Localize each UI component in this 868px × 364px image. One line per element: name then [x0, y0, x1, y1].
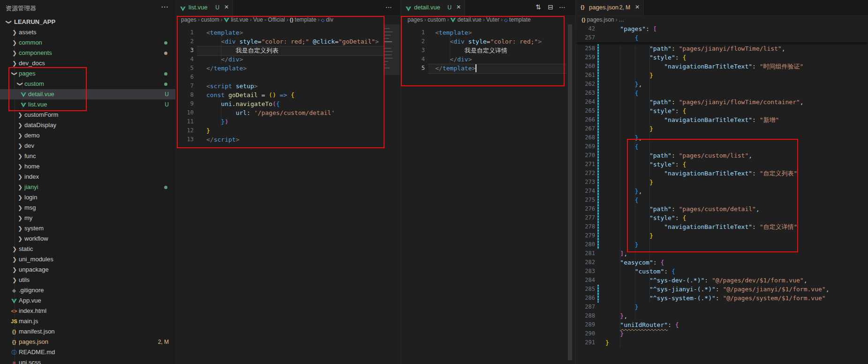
- tree-item-manifest.json[interactable]: {}manifest.json: [0, 326, 175, 337]
- tree-item-unpackage[interactable]: ❯unpackage: [0, 265, 175, 275]
- tree-item-custom[interactable]: ❯custom: [0, 79, 175, 89]
- tree-item-login[interactable]: ❯login: [0, 192, 175, 203]
- tree-item-dev[interactable]: ❯dev: [0, 141, 175, 151]
- tree-item-pages[interactable]: ❯pages: [0, 68, 175, 79]
- code-line-11[interactable]: 11 }): [175, 117, 400, 126]
- chevron-down-icon[interactable]: ❯: [15, 81, 25, 87]
- tab-close-icon[interactable]: ✕: [456, 4, 461, 10]
- tree-item-.gitignore[interactable]: ◆.gitignore: [0, 285, 175, 296]
- tree-item-assets[interactable]: ❯assets: [0, 27, 175, 38]
- code-line-282[interactable]: 282 "easycom": {: [576, 258, 868, 267]
- code-line-266[interactable]: 266 "navigationBarTitleText": "新增": [576, 115, 868, 124]
- code-line-281[interactable]: 281 ],: [576, 249, 868, 258]
- breadcrumb-item-pages[interactable]: pages: [181, 16, 196, 23]
- tree-item-msg[interactable]: ❯msg: [0, 203, 175, 213]
- code-line-276[interactable]: 276 "path": "pages/custom/detail",: [576, 205, 868, 213]
- chevron-right-icon[interactable]: ❯: [17, 213, 23, 223]
- chevron-right-icon[interactable]: ❯: [11, 265, 18, 275]
- tab-pages.json[interactable]: {}pages.json2, M✕: [576, 0, 644, 15]
- tab-list.vue[interactable]: list.vueU✕: [175, 0, 233, 15]
- split-editor-icon[interactable]: ⊟: [548, 3, 553, 11]
- chevron-right-icon[interactable]: ❯: [11, 275, 18, 285]
- open-changes-icon[interactable]: ⇅: [536, 3, 541, 11]
- code-line-274[interactable]: 274 },: [576, 187, 868, 196]
- minimap-slider[interactable]: [384, 24, 400, 75]
- breadcrumb-item-list.vue[interactable]: list.vue: [224, 16, 248, 23]
- code-line-279[interactable]: 279 }: [576, 231, 868, 240]
- code-area[interactable]: 1<template>2 <div style="color: red;">3 …: [401, 24, 576, 364]
- tree-item-uni.scss[interactable]: ≈uni.scss: [0, 357, 175, 364]
- chevron-right-icon[interactable]: ❯: [11, 58, 18, 68]
- code-line-42[interactable]: 42 "pages": [: [576, 24, 868, 33]
- tree-item-dev_docs[interactable]: ❯dev_docs: [0, 58, 175, 68]
- tree-item-home[interactable]: ❯home: [0, 161, 175, 172]
- code-line-290[interactable]: 290 }: [576, 329, 868, 338]
- code-line-9[interactable]: 9 uni.navigateTo({: [175, 99, 400, 108]
- code-line-289[interactable]: 289 "uniIdRouter": {: [576, 320, 868, 329]
- code-line-5[interactable]: 5</template>: [401, 64, 576, 73]
- code-line-261[interactable]: 261 }: [576, 71, 868, 80]
- chevron-right-icon[interactable]: ❯: [17, 161, 23, 172]
- chevron-right-icon[interactable]: ❯: [17, 120, 23, 130]
- code-line-269[interactable]: 269 {: [576, 142, 868, 151]
- breadcrumb-item-custom[interactable]: custom: [428, 16, 446, 23]
- sticky-scroll[interactable]: 42 "pages": [257 {: [576, 24, 868, 42]
- chevron-right-icon[interactable]: ❯: [11, 27, 18, 38]
- chevron-right-icon[interactable]: ❯: [11, 254, 18, 265]
- code-line-3[interactable]: 3 我是自定义详情: [401, 46, 576, 55]
- tab-close-icon[interactable]: ✕: [635, 4, 640, 10]
- code-line-263[interactable]: 263 {: [576, 89, 868, 98]
- breadcrumb-item-[interactable]: …: [619, 16, 625, 23]
- tree-item-system[interactable]: ❯system: [0, 223, 175, 234]
- chevron-right-icon[interactable]: ❯: [17, 110, 23, 120]
- code-line-2[interactable]: 2 <div style="color: red;">: [401, 37, 576, 46]
- breadcrumb-item-detail.vue[interactable]: detail.vue: [450, 16, 481, 23]
- code-line-273[interactable]: 273 }: [576, 178, 868, 187]
- breadcrumb-item-custom[interactable]: custom: [201, 16, 219, 23]
- tree-item-detail.vue[interactable]: detail.vueU: [0, 89, 175, 99]
- code-line-271[interactable]: 271 "style": {: [576, 160, 868, 169]
- tree-item-static[interactable]: ❯static: [0, 244, 175, 254]
- code-line-4[interactable]: 4 </div>: [401, 55, 576, 64]
- code-line-280[interactable]: 280 }: [576, 240, 868, 249]
- code-line-4[interactable]: 4 </div>: [175, 55, 400, 64]
- explorer-more-actions-icon[interactable]: ⋯: [161, 2, 169, 11]
- code-line-288[interactable]: 288 },: [576, 311, 868, 320]
- chevron-right-icon[interactable]: ❯: [17, 182, 23, 192]
- code-line-275[interactable]: 275 {: [576, 196, 868, 205]
- tree-item-uni_modules[interactable]: ❯uni_modules: [0, 254, 175, 265]
- tree-item-customForm[interactable]: ❯customForm: [0, 110, 175, 120]
- code-area[interactable]: 258 "path": "pages/jianyi/flowTime/list"…: [576, 24, 868, 364]
- tree-item-my[interactable]: ❯my: [0, 213, 175, 223]
- code-line-6[interactable]: 6: [175, 73, 400, 82]
- code-line-7[interactable]: 7<script setup>: [175, 82, 400, 91]
- chevron-down-icon[interactable]: ❯: [9, 70, 20, 77]
- more-actions-icon[interactable]: ⋯: [559, 3, 566, 11]
- chevron-right-icon[interactable]: ❯: [17, 130, 23, 141]
- more-actions-icon[interactable]: ⋯: [385, 3, 392, 11]
- tree-item-workflow[interactable]: ❯workflow: [0, 234, 175, 244]
- code-line-284[interactable]: 284 "^sys-dev-(.*)": "@/pages/dev/$1/for…: [576, 276, 868, 285]
- scrollbar[interactable]: [568, 24, 572, 360]
- chevron-down-icon[interactable]: ❯: [4, 19, 14, 25]
- tree-item-main.js[interactable]: JSmain.js: [0, 316, 175, 326]
- code-line-278[interactable]: 278 "navigationBarTitleText": "自定义详情": [576, 222, 868, 231]
- breadcrumb-item-Vue-Official[interactable]: Vue - Official: [253, 16, 285, 23]
- code-line-12[interactable]: 12}: [175, 126, 400, 135]
- breadcrumb-item-template[interactable]: ◇template: [504, 16, 531, 23]
- code-line-13[interactable]: 13</script>: [175, 135, 400, 144]
- chevron-right-icon[interactable]: ❯: [11, 48, 18, 58]
- code-line-262[interactable]: 262 },: [576, 80, 868, 89]
- breadcrumb-item-pages.json[interactable]: {}pages.json: [581, 16, 614, 23]
- breadcrumb-item-pages[interactable]: pages: [408, 16, 423, 23]
- tree-item-common[interactable]: ❯common: [0, 38, 175, 48]
- code-line-268[interactable]: 268 },: [576, 133, 868, 142]
- tree-item-utils[interactable]: ❯utils: [0, 275, 175, 285]
- code-line-287[interactable]: 287 }: [576, 303, 868, 311]
- chevron-right-icon[interactable]: ❯: [17, 192, 23, 203]
- code-line-257[interactable]: 257 {: [576, 33, 868, 42]
- chevron-right-icon[interactable]: ❯: [11, 244, 18, 254]
- tree-item-LEARUN_APP[interactable]: ❯LEARUN_APP: [0, 17, 175, 27]
- code-line-272[interactable]: 272 "navigationBarTitleText": "自定义列表": [576, 169, 868, 178]
- tree-item-README.md[interactable]: ⓘREADME.md: [0, 347, 175, 357]
